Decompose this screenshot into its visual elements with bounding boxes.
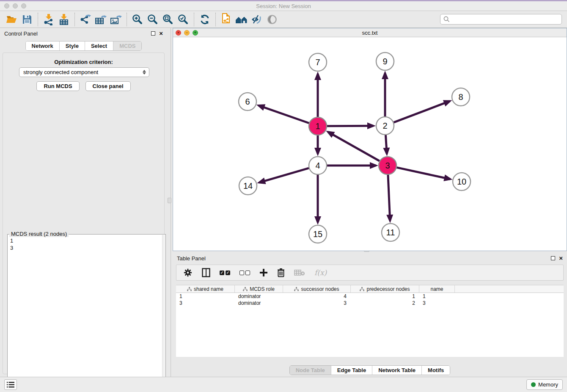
node-table: shared name MCDS role successor nodes pr… <box>176 285 564 357</box>
table-row[interactable]: 3 dominator 3 2 3 <box>176 300 564 306</box>
node-label: 7 <box>315 58 320 67</box>
edge-2-8[interactable] <box>394 101 450 122</box>
graph-node-4[interactable]: 4 <box>309 157 327 174</box>
node-label: 9 <box>383 57 387 66</box>
control-panel-tabs: Network Style Select MCDS <box>25 41 142 51</box>
open-session-button[interactable] <box>4 12 19 27</box>
tab-motifs[interactable]: Motifs <box>421 366 450 375</box>
task-history-button[interactable] <box>4 379 17 390</box>
zoom-fit-button[interactable] <box>160 12 176 27</box>
graph-node-9[interactable]: 9 <box>376 52 394 70</box>
table-panel-tabs: Node Table Edge Table Network Table Moti… <box>173 365 567 375</box>
show-all-networks-button[interactable] <box>234 12 249 27</box>
save-session-button[interactable] <box>19 12 35 27</box>
export-network-button[interactable] <box>78 12 93 27</box>
graph-node-10[interactable]: 10 <box>453 173 471 190</box>
window-title: Session: New Session <box>0 3 567 9</box>
float-panel-icon[interactable] <box>551 256 555 260</box>
select-all-columns-button[interactable]: ✓ ✓ <box>220 271 230 275</box>
graph-node-11[interactable]: 11 <box>382 224 399 241</box>
edge-1-6[interactable] <box>259 105 309 123</box>
column-header-predecessor-nodes[interactable]: predecessor nodes <box>351 285 419 293</box>
create-column-button[interactable] <box>259 268 268 277</box>
network-graph[interactable]: 7968124314101511 <box>173 37 567 251</box>
import-table-button[interactable] <box>56 12 72 27</box>
edge-2-3[interactable] <box>385 135 387 154</box>
export-image-icon <box>110 14 122 25</box>
graph-node-3[interactable]: 3 <box>379 157 396 174</box>
network-window-title: scc.txt <box>173 30 567 36</box>
close-panel-icon[interactable]: × <box>559 256 563 260</box>
run-mcds-button[interactable]: Run MCDS <box>36 81 79 91</box>
result-scrollbar[interactable] <box>162 235 165 392</box>
tab-edge-table[interactable]: Edge Table <box>331 366 372 375</box>
dropdown-stepper-icon <box>143 70 146 75</box>
graph-node-1[interactable]: 1 <box>309 117 327 135</box>
zoom-out-button[interactable] <box>145 12 160 27</box>
table-settings-button[interactable] <box>183 268 193 277</box>
cell-mcds-role: dominator <box>235 300 283 306</box>
column-header-shared-name[interactable]: shared name <box>176 285 235 293</box>
close-panel-icon[interactable]: × <box>159 31 163 36</box>
search-input[interactable] <box>450 15 561 24</box>
vertical-splitter-handle[interactable] <box>168 198 171 203</box>
unselect-all-columns-button[interactable] <box>239 271 250 275</box>
table-row[interactable]: 1 dominator 4 1 1 <box>176 293 564 300</box>
graph-node-7[interactable]: 7 <box>309 53 327 71</box>
tab-select[interactable]: Select <box>85 41 113 50</box>
edge-3-10[interactable] <box>396 168 450 179</box>
tab-network[interactable]: Network <box>26 41 59 50</box>
toolbar-separator <box>194 13 194 26</box>
graph-node-15[interactable]: 15 <box>309 225 327 243</box>
node-label: 4 <box>315 161 320 170</box>
zoom-in-button[interactable] <box>130 12 145 27</box>
criterion-dropdown-value: strongly connected component <box>23 69 98 75</box>
close-panel-button[interactable]: Close panel <box>85 81 131 91</box>
bird-eye-view-button[interactable] <box>264 12 280 27</box>
apply-layout-button[interactable] <box>197 12 212 27</box>
open-folder-icon <box>6 14 18 25</box>
toolbar-separator <box>127 13 127 26</box>
column-header-mcds-role[interactable]: MCDS role <box>235 285 283 293</box>
import-network-button[interactable] <box>41 12 56 27</box>
hide-panels-button[interactable] <box>249 12 264 27</box>
tab-style[interactable]: Style <box>59 41 85 50</box>
export-image-button[interactable] <box>108 12 124 27</box>
graph-node-2[interactable]: 2 <box>376 117 394 135</box>
edge-3-11[interactable] <box>388 175 390 221</box>
graph-node-8[interactable]: 8 <box>452 88 470 106</box>
cell-predecessor-nodes: 1 <box>351 293 419 299</box>
function-builder-button[interactable]: f(x) <box>314 268 327 277</box>
edge-4-14[interactable] <box>259 168 309 182</box>
show-columns-button[interactable] <box>202 268 210 277</box>
column-header-successor-nodes[interactable]: successor nodes <box>283 285 351 293</box>
node-label: 15 <box>313 229 322 239</box>
control-panel-title: Control Panel <box>4 30 38 37</box>
edge-1-2[interactable] <box>327 126 373 126</box>
zoom-selected-button[interactable] <box>176 12 191 27</box>
tab-mcds[interactable]: MCDS <box>113 41 141 50</box>
memory-button[interactable]: Memory <box>526 379 563 390</box>
toolbar-search <box>440 14 562 25</box>
float-panel-icon[interactable] <box>151 31 155 36</box>
list-icon <box>7 382 14 388</box>
main-toolbar <box>0 11 567 28</box>
delete-column-button[interactable] <box>277 268 285 277</box>
export-table-button[interactable] <box>93 12 108 27</box>
column-header-name[interactable]: name <box>419 285 455 293</box>
mcds-result-text[interactable]: 1 3 <box>9 237 161 392</box>
tab-network-table[interactable]: Network Table <box>372 366 421 375</box>
graph-node-14[interactable]: 14 <box>239 177 257 195</box>
columns-icon <box>202 268 210 277</box>
zoom-in-icon <box>132 14 143 25</box>
delete-table-button[interactable] <box>294 269 305 276</box>
cell-shared-name: 1 <box>176 293 235 299</box>
table-header-row: shared name MCDS role successor nodes pr… <box>176 285 564 293</box>
network-canvas[interactable]: 7968124314101511 <box>173 37 567 251</box>
edge-3-1[interactable] <box>328 132 379 161</box>
criterion-dropdown[interactable]: strongly connected component <box>19 67 149 77</box>
duplicate-network-button[interactable] <box>219 12 234 27</box>
tab-node-table[interactable]: Node Table <box>290 366 331 375</box>
bird-eye-icon <box>267 14 278 25</box>
graph-node-6[interactable]: 6 <box>239 93 256 110</box>
